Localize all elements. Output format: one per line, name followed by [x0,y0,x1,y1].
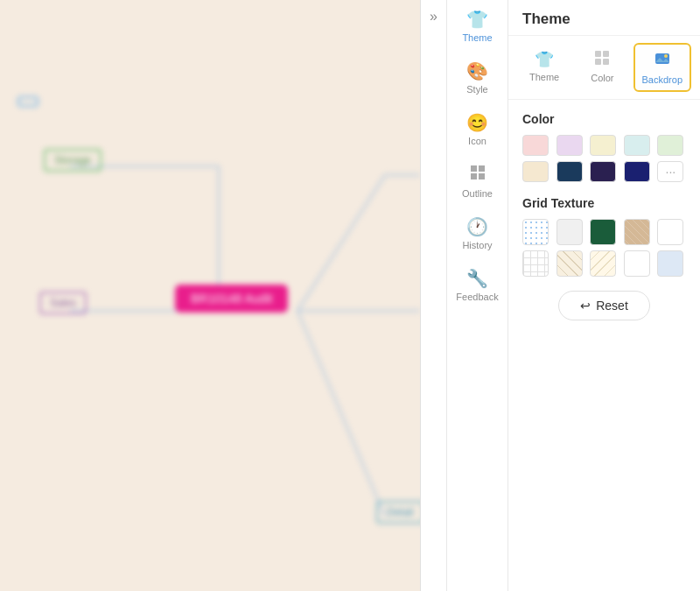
sidebar-collapse-button[interactable]: » [420,0,446,591]
color-section-title: Color [522,112,686,126]
texture-crosshatch[interactable] [522,250,549,277]
history-tool-icon: 🕐 [466,216,488,237]
node-sales: Sales [39,292,87,314]
tab-theme[interactable]: 👕 Theme [517,43,571,92]
chevron-right-icon: » [430,9,438,25]
tool-item-history[interactable]: 🕐 History [447,208,508,259]
panel-content: Color ··· Grid Texture [508,100,700,591]
tab-backdrop-icon [654,50,671,72]
svg-rect-8 [471,165,477,172]
texture-diagonal2[interactable] [590,250,616,277]
tool-item-outline[interactable]: Outline [447,155,508,208]
tab-color[interactable]: Color [575,43,629,92]
svg-rect-14 [595,59,601,65]
texture-white2[interactable] [624,250,650,277]
color-swatch-4[interactable] [624,135,650,156]
color-swatch-3[interactable] [590,135,616,156]
reset-button[interactable]: ↩ Reset [558,291,650,320]
reset-label: Reset [596,299,628,313]
color-swatch-more[interactable]: ··· [657,161,683,182]
tool-item-style[interactable]: 🎨 Style [447,52,508,103]
texture-plain[interactable] [556,219,583,245]
color-swatch-grid: ··· [522,135,686,182]
texture-light-blue[interactable] [657,250,683,277]
svg-point-18 [664,54,668,58]
svg-rect-9 [479,165,485,172]
color-swatch-9[interactable] [624,161,650,182]
color-swatch-8[interactable] [590,161,616,182]
canvas-area: Storage Sales BR10148 Audit Detail [0,0,420,591]
svg-rect-13 [603,51,609,57]
texture-diagonal[interactable] [556,250,583,277]
texture-beige[interactable] [624,219,650,245]
color-swatch-5[interactable] [657,135,683,156]
node-top-left [18,96,38,107]
right-panel: Theme 👕 Theme Color [508,0,700,591]
node-main: BR10148 Audit [175,285,288,313]
svg-line-3 [298,175,385,311]
reset-icon: ↩ [580,299,591,313]
color-swatch-1[interactable] [522,135,549,156]
svg-rect-11 [479,173,485,179]
color-swatch-7[interactable] [556,161,583,182]
texture-dark-green[interactable] [590,219,616,245]
node-storage: Storage [44,149,102,172]
panel-header: Theme [508,0,700,36]
tool-item-theme[interactable]: 👕 Theme [447,0,508,52]
panel-tabs: 👕 Theme Color Backdr [508,36,700,100]
tool-item-feedback[interactable]: 🔧 Feedback [447,259,508,311]
svg-rect-15 [603,59,609,65]
texture-white[interactable] [657,219,683,245]
svg-rect-10 [471,173,477,179]
tab-color-icon [594,50,610,70]
texture-section-title: Grid Texture [522,196,686,210]
texture-swatch-grid [522,219,686,277]
texture-dot[interactable] [522,219,549,245]
panel-title: Theme [522,11,570,27]
style-tool-icon: 🎨 [466,60,488,81]
tab-backdrop[interactable]: Backdrop [634,43,691,92]
tab-theme-icon: 👕 [535,50,554,69]
node-detail: Detail [376,501,420,524]
tool-item-icon[interactable]: 😊 Icon [447,103,508,155]
theme-tool-icon: 👕 [466,9,488,30]
icon-tool-icon: 😊 [466,112,488,133]
color-swatch-2[interactable] [556,135,583,156]
tool-sidebar: 👕 Theme 🎨 Style 😊 Icon Outline 🕐 History… [446,0,508,591]
feedback-tool-icon: 🔧 [466,268,488,289]
outline-tool-icon [469,164,486,186]
svg-rect-12 [595,51,601,57]
color-swatch-6[interactable] [522,161,549,182]
svg-line-5 [298,311,385,517]
